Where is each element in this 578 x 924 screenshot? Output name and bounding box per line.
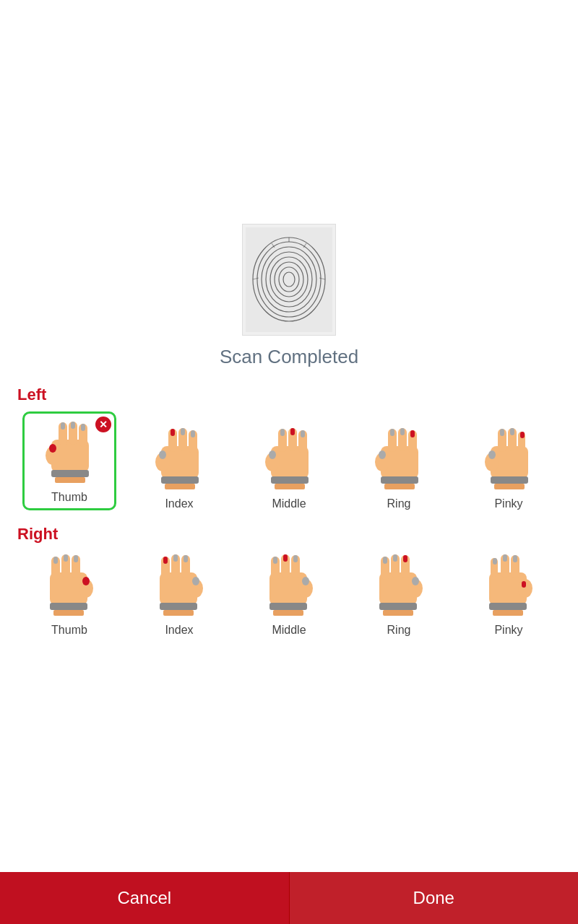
left-section-label: Left bbox=[17, 385, 564, 404]
left-index-label: Index bbox=[165, 497, 193, 510]
svg-point-44 bbox=[269, 450, 276, 459]
right-ring-label: Ring bbox=[387, 624, 411, 637]
left-thumb-hand-icon bbox=[37, 418, 102, 487]
fingerprint-section: Scan Completed bbox=[220, 224, 358, 368]
svg-rect-52 bbox=[410, 430, 415, 437]
svg-point-22 bbox=[49, 444, 56, 453]
svg-rect-35 bbox=[165, 484, 195, 489]
cancel-button[interactable]: Cancel bbox=[0, 872, 290, 924]
svg-rect-65 bbox=[500, 429, 504, 436]
svg-rect-67 bbox=[491, 476, 528, 484]
close-badge-left-thumb[interactable]: ✕ bbox=[95, 417, 111, 432]
svg-rect-118 bbox=[522, 581, 526, 588]
svg-rect-42 bbox=[290, 428, 295, 435]
svg-rect-76 bbox=[74, 555, 78, 562]
svg-rect-23 bbox=[51, 470, 89, 477]
right-middle-item[interactable]: Middle bbox=[242, 551, 336, 637]
svg-rect-123 bbox=[493, 610, 523, 616]
svg-rect-109 bbox=[403, 555, 407, 562]
right-pinky-hand-icon bbox=[476, 551, 541, 619]
svg-rect-97 bbox=[283, 554, 288, 562]
svg-point-77 bbox=[82, 577, 90, 585]
svg-rect-57 bbox=[384, 484, 415, 489]
left-fingers-row: ✕ Thumb bbox=[14, 411, 564, 510]
svg-rect-108 bbox=[393, 554, 397, 562]
svg-rect-74 bbox=[53, 557, 58, 564]
left-index-hand-icon bbox=[147, 424, 212, 493]
svg-rect-24 bbox=[55, 477, 85, 483]
left-middle-hand-icon bbox=[256, 424, 322, 493]
svg-rect-68 bbox=[494, 484, 525, 489]
svg-rect-85 bbox=[163, 557, 168, 564]
svg-rect-75 bbox=[64, 554, 68, 562]
svg-rect-45 bbox=[271, 476, 309, 484]
svg-rect-32 bbox=[171, 429, 175, 436]
left-middle-item[interactable]: Middle bbox=[242, 424, 336, 510]
svg-rect-30 bbox=[191, 430, 195, 437]
svg-rect-111 bbox=[379, 603, 417, 610]
svg-rect-54 bbox=[390, 429, 394, 436]
svg-rect-90 bbox=[163, 610, 194, 616]
svg-rect-96 bbox=[273, 557, 277, 564]
left-thumb-label: Thumb bbox=[51, 491, 87, 504]
right-middle-hand-icon bbox=[256, 551, 322, 619]
hands-container: Left ✕ bbox=[7, 385, 571, 651]
scan-completed-label: Scan Completed bbox=[220, 346, 358, 368]
left-ring-label: Ring bbox=[387, 497, 411, 510]
svg-rect-63 bbox=[520, 432, 525, 438]
right-section-label: Right bbox=[17, 525, 564, 544]
svg-point-110 bbox=[412, 577, 419, 585]
svg-rect-79 bbox=[53, 610, 84, 616]
left-middle-label: Middle bbox=[272, 497, 306, 510]
svg-rect-89 bbox=[160, 603, 197, 610]
right-thumb-hand-icon bbox=[37, 551, 102, 619]
svg-rect-122 bbox=[489, 603, 527, 610]
svg-rect-46 bbox=[275, 484, 305, 489]
left-pinky-hand-icon bbox=[476, 424, 541, 493]
right-fingers-row: Thumb Index bbox=[14, 551, 564, 637]
bottom-bar: Cancel Done bbox=[0, 872, 578, 924]
svg-rect-0 bbox=[246, 227, 332, 332]
right-index-item[interactable]: Index bbox=[132, 551, 226, 637]
right-pinky-item[interactable]: Pinky bbox=[462, 551, 556, 637]
done-button[interactable]: Done bbox=[290, 872, 579, 924]
left-thumb-item[interactable]: ✕ Thumb bbox=[22, 411, 116, 510]
svg-rect-41 bbox=[301, 430, 305, 437]
fingerprint-svg bbox=[246, 227, 332, 332]
right-index-label: Index bbox=[165, 624, 193, 637]
right-index-hand-icon bbox=[147, 551, 212, 619]
svg-point-66 bbox=[488, 450, 496, 459]
right-thumb-item[interactable]: Thumb bbox=[22, 551, 116, 637]
svg-point-55 bbox=[379, 450, 386, 459]
svg-rect-112 bbox=[383, 610, 413, 616]
svg-rect-120 bbox=[503, 554, 507, 562]
fingerprint-image bbox=[242, 224, 336, 336]
left-pinky-label: Pinky bbox=[494, 497, 522, 510]
svg-rect-31 bbox=[181, 428, 185, 435]
svg-rect-98 bbox=[293, 555, 298, 562]
svg-rect-101 bbox=[273, 610, 303, 616]
left-pinky-item[interactable]: Pinky bbox=[462, 424, 556, 510]
svg-rect-34 bbox=[161, 476, 199, 484]
svg-point-99 bbox=[302, 577, 309, 585]
svg-rect-119 bbox=[493, 558, 497, 565]
svg-rect-87 bbox=[184, 555, 188, 562]
svg-rect-100 bbox=[269, 603, 307, 610]
svg-point-88 bbox=[192, 577, 199, 585]
left-ring-hand-icon bbox=[366, 424, 431, 493]
left-index-item[interactable]: Index bbox=[132, 424, 226, 510]
svg-rect-43 bbox=[280, 429, 285, 436]
svg-rect-121 bbox=[513, 555, 517, 562]
left-ring-item[interactable]: Ring bbox=[352, 424, 446, 510]
svg-rect-19 bbox=[81, 424, 85, 431]
right-ring-hand-icon bbox=[366, 551, 431, 619]
svg-rect-20 bbox=[71, 422, 75, 429]
svg-rect-56 bbox=[381, 476, 418, 484]
right-thumb-label: Thumb bbox=[51, 624, 87, 637]
right-middle-label: Middle bbox=[272, 624, 306, 637]
svg-rect-21 bbox=[61, 422, 65, 430]
svg-rect-53 bbox=[400, 428, 405, 435]
svg-rect-107 bbox=[383, 557, 387, 564]
right-ring-item[interactable]: Ring bbox=[352, 551, 446, 637]
svg-rect-86 bbox=[173, 554, 178, 562]
